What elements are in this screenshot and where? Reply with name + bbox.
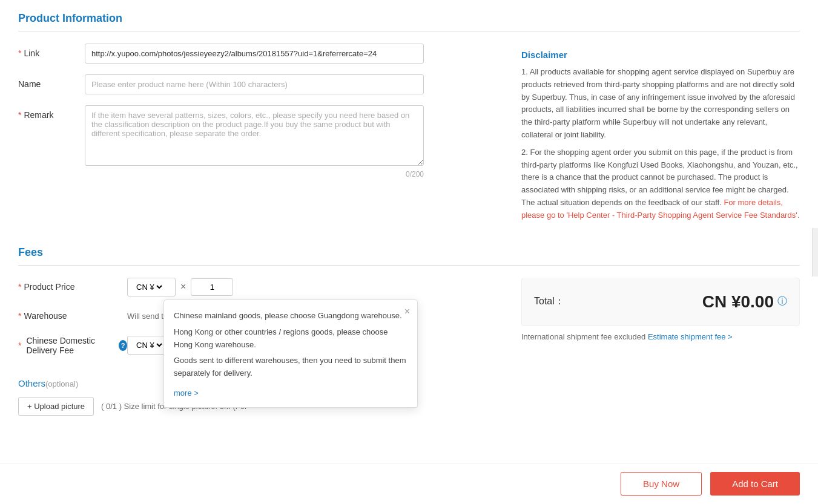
remark-textarea[interactable]	[85, 105, 424, 166]
total-info-icon[interactable]: ⓘ	[777, 295, 787, 308]
total-amount-group: CN ¥0.00 ⓘ	[702, 292, 787, 312]
domestic-currency-dropdown[interactable]: CN ¥	[134, 340, 164, 350]
remark-row: Remark 0/200	[18, 105, 503, 178]
currency-dropdown[interactable]: CN ¥ USD EUR	[134, 282, 164, 292]
name-row: Name	[18, 74, 503, 94]
tooltip-line1: Chinese mainland goods, please choose Gu…	[174, 310, 407, 322]
will-send-to-label: Will send to	[127, 312, 168, 321]
product-price-row: Product Price CN ¥ USD EUR ×	[18, 278, 503, 296]
currency-select[interactable]: CN ¥ USD EUR	[127, 278, 176, 296]
right-panel: Disclaimer 1. All products available for…	[521, 44, 800, 228]
add-to-cart-button[interactable]: Add to Cart	[710, 472, 800, 496]
buy-now-button[interactable]: Buy Now	[621, 472, 702, 496]
estimate-shipment-link[interactable]: Estimate shipment fee >	[648, 332, 733, 341]
tooltip-line3: Goods sent to different warehouses, then…	[174, 355, 407, 380]
tooltip-more-link[interactable]: more >	[174, 387, 199, 400]
page-wrapper: Product Information Link Name Remark	[0, 0, 818, 504]
left-panel: Link Name Remark 0/200	[18, 44, 503, 228]
domestic-fee-label: Chinese Domestic Delivery Fee ?	[18, 336, 127, 355]
product-price-controls: CN ¥ USD EUR ×	[127, 278, 233, 296]
disclaimer-box: Disclaimer 1. All products available for…	[521, 44, 800, 228]
fees-right: Total： CN ¥0.00 ⓘ International shipment…	[521, 278, 800, 366]
disclaimer-text1: 1. All products available for shopping a…	[521, 66, 800, 142]
total-label: Total：	[534, 295, 564, 308]
multiply-icon: ×	[180, 281, 186, 292]
warehouse-tooltip-popup: × Chinese mainland goods, please choose …	[163, 299, 418, 408]
domestic-fee-help-icon[interactable]: ?	[119, 340, 127, 351]
name-label: Name	[18, 74, 85, 89]
remark-label: Remark	[18, 105, 85, 120]
link-row: Link	[18, 44, 503, 64]
total-box: Total： CN ¥0.00 ⓘ	[521, 278, 800, 326]
others-optional: (optional)	[45, 379, 78, 388]
quantity-input[interactable]	[191, 278, 233, 296]
product-info-title: Product Information	[18, 12, 800, 31]
char-count: 0/200	[406, 170, 424, 178]
total-amount: CN ¥0.00	[702, 292, 774, 312]
disclaimer-title: Disclaimer	[521, 50, 800, 60]
remark-control: 0/200	[85, 105, 424, 178]
upload-picture-button[interactable]: + Upload picture	[18, 397, 94, 416]
tooltip-close-button[interactable]: ×	[404, 306, 410, 317]
main-layout: Link Name Remark 0/200	[18, 44, 800, 228]
scrollbar-indicator	[812, 228, 818, 277]
link-label: Link	[18, 44, 85, 58]
tooltip-line2: Hong Kong or other countries / regions g…	[174, 326, 407, 352]
link-input[interactable]	[85, 44, 424, 64]
link-control	[85, 44, 424, 64]
disclaimer-text2: 2. For the shopping agent order you subm…	[521, 146, 800, 222]
product-price-label: Product Price	[18, 282, 127, 292]
fees-title: Fees	[18, 246, 800, 266]
name-control	[85, 74, 424, 94]
shipment-fee-note: International shipment fee excluded	[521, 332, 645, 341]
shipment-note-row: International shipment fee excluded Esti…	[521, 332, 800, 341]
name-input[interactable]	[85, 74, 424, 94]
warehouse-label: Warehouse	[18, 311, 127, 321]
bottom-bar: Buy Now Add to Cart	[0, 463, 818, 504]
